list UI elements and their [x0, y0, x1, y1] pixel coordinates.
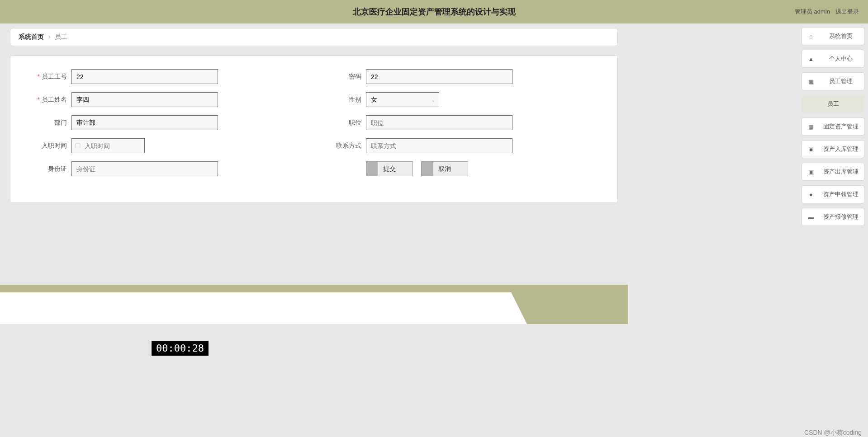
bulb-icon: ●: [806, 191, 816, 198]
emp-name-input[interactable]: [71, 92, 218, 107]
timer-overlay: 00:00:28: [152, 341, 209, 356]
sidebar-item-home[interactable]: ⌂ 系统首页: [802, 27, 864, 45]
footer-white-overlay: [0, 292, 527, 324]
field-position: 职位: [314, 115, 608, 130]
calendar-icon: ☐: [75, 142, 81, 150]
gender-select-wrap[interactable]: ⌄: [366, 92, 439, 107]
idcard-input[interactable]: [71, 161, 218, 176]
header-user-area: 管理员 admin 退出登录: [795, 8, 859, 16]
position-label: 职位: [314, 119, 366, 127]
grid-icon: ▦: [806, 78, 816, 85]
main-content: 系统首页 › 员工 员工工号 密码 员工姓名 性别 ⌄: [0, 23, 628, 212]
admin-label[interactable]: 管理员 admin: [795, 8, 830, 16]
form-buttons: 提交 取消: [366, 161, 468, 176]
cancel-button[interactable]: 取消: [421, 161, 468, 176]
sidebar-asset-in-label: 资产入库管理: [822, 145, 859, 153]
dept-label: 部门: [19, 119, 71, 127]
grid-icon: ▦: [806, 123, 816, 130]
monitor-icon: ▬: [806, 214, 816, 221]
watermark: CSDN @小蔡coding: [804, 429, 862, 437]
breadcrumb-current: 员工: [55, 33, 67, 40]
emp-id-input[interactable]: [71, 69, 218, 84]
sidebar-emp-label: 员工: [806, 100, 860, 108]
field-contact: 联系方式: [314, 138, 608, 153]
sidebar-item-asset-apply[interactable]: ● 资产申领管理: [802, 185, 864, 203]
sidebar-profile-label: 个人中心: [822, 55, 859, 63]
emp-id-label: 员工工号: [19, 73, 71, 81]
person-icon: ▲: [806, 56, 816, 62]
contact-label: 联系方式: [314, 142, 366, 150]
sidebar-item-asset-in[interactable]: ▣ 资产入库管理: [802, 140, 864, 158]
employee-form: 员工工号 密码 员工姓名 性别 ⌄ 部门: [10, 55, 618, 203]
sidebar-item-asset-repair[interactable]: ▬ 资产报修管理: [802, 208, 864, 226]
outbox-icon: ▣: [806, 169, 816, 175]
sidebar-emp-mgmt-label: 员工管理: [822, 77, 859, 85]
gender-select[interactable]: [366, 92, 439, 107]
submit-button[interactable]: 提交: [366, 161, 413, 176]
dept-input[interactable]: [71, 115, 218, 130]
breadcrumb-separator: ›: [48, 33, 51, 40]
sidebar-home-label: 系统首页: [822, 32, 859, 40]
field-gender: 性别 ⌄: [314, 92, 608, 107]
field-emp-name: 员工姓名: [19, 92, 314, 107]
sidebar-asset-apply-label: 资产申领管理: [822, 190, 859, 198]
header-bar: 北京医疗企业固定资产管理系统的设计与实现 管理员 admin 退出登录: [0, 0, 868, 23]
field-hiredate: 入职时间 ☐: [19, 138, 314, 153]
position-input[interactable]: [366, 115, 512, 130]
hiredate-wrap: ☐: [71, 138, 145, 153]
password-input[interactable]: [366, 69, 512, 84]
sidebar-asset-mgmt-label: 固定资产管理: [822, 122, 859, 131]
contact-input[interactable]: [366, 138, 512, 153]
sidebar-item-emp[interactable]: 员工: [802, 95, 864, 113]
field-password: 密码: [314, 69, 608, 84]
sidebar-item-asset-out[interactable]: ▣ 资产出库管理: [802, 163, 864, 181]
hiredate-label: 入职时间: [19, 142, 71, 150]
logout-link[interactable]: 退出登录: [835, 8, 859, 16]
emp-name-label: 员工姓名: [19, 96, 71, 104]
sidebar-item-emp-mgmt[interactable]: ▦ 员工管理: [802, 72, 864, 90]
field-idcard: 身份证: [19, 161, 314, 176]
field-emp-id: 员工工号: [19, 69, 314, 84]
sidebar-asset-out-label: 资产出库管理: [822, 168, 859, 176]
idcard-label: 身份证: [19, 165, 71, 173]
sidebar-item-asset-mgmt[interactable]: ▦ 固定资产管理: [802, 117, 864, 136]
breadcrumb: 系统首页 › 员工: [10, 28, 618, 46]
breadcrumb-home[interactable]: 系统首页: [19, 33, 44, 40]
home-icon: ⌂: [806, 33, 816, 40]
page-title: 北京医疗企业固定资产管理系统的设计与实现: [353, 6, 516, 17]
field-dept: 部门: [19, 115, 314, 130]
password-label: 密码: [314, 73, 366, 81]
sidebar-item-profile[interactable]: ▲ 个人中心: [802, 50, 864, 68]
sidebar-asset-repair-label: 资产报修管理: [822, 213, 859, 221]
sidebar-nav: ⌂ 系统首页 ▲ 个人中心 ▦ 员工管理 员工 ▦ 固定资产管理 ▣ 资产入库管…: [798, 23, 868, 234]
hiredate-input[interactable]: [71, 138, 145, 153]
inbox-icon: ▣: [806, 146, 816, 153]
button-group: 提交 取消: [314, 161, 608, 176]
gender-label: 性别: [314, 96, 366, 104]
